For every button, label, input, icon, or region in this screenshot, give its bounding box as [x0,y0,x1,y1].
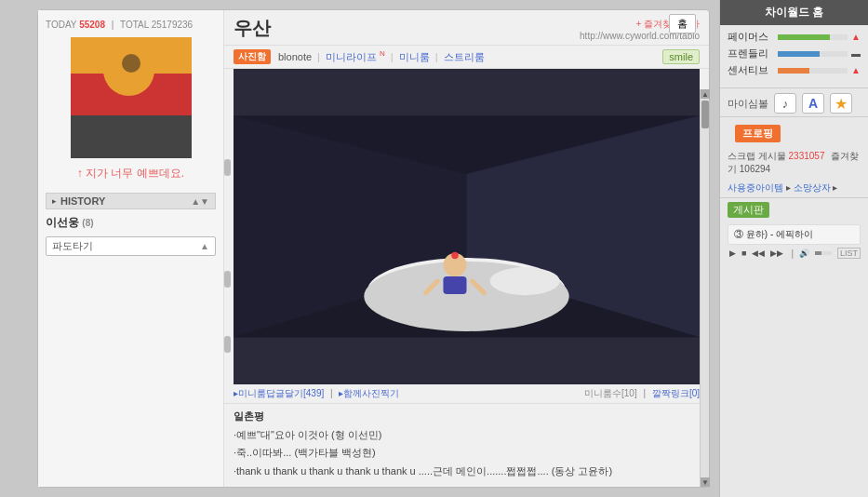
gamepad-section: 게시판 ③ 윤하) - 에픽하이 ▶ ■ ◀◀ ▶▶ | 🔊 LIST [720,197,868,262]
content-nav: 사진함 blonote | 미니라이프 N | 미니룸 | 스트리룸 smile [224,46,709,69]
friendly-icon: ▬ [851,48,861,59]
sensitive-label: 센서티브 [728,63,774,77]
smile-button[interactable]: smile [662,49,700,64]
volume-icon: 🔊 [799,248,809,258]
play-prev-btn[interactable]: ▶ [728,248,738,259]
sensitive-bar [778,68,848,74]
paddle-button[interactable]: 파도타기 ▲ [46,236,216,256]
volume-fill [815,251,821,255]
history-expand-icon: ▲▼ [191,196,209,207]
font-icon: A [808,96,818,111]
sidebar-comment: ↑ 지가 너무 예쁘데요. [46,166,216,181]
mini-room-svg [234,69,700,384]
promo-row: 프로핑 [720,120,868,147]
player-controls[interactable]: ▶ ■ ◀◀ ▶▶ | 🔊 LIST [728,248,861,259]
friendly-bar-fill [778,51,820,57]
minilife-badge: N [380,49,385,58]
famous-bar-fill [778,34,830,40]
profile-photo [71,37,192,158]
comments-title: 일촌평 [234,410,700,423]
count-display: TODAY 55208 | TOTAL 25179236 [46,20,216,30]
footer-right: 미니룸수[10] | 깔짝링크[0] [584,387,700,400]
content-area: 우산 + 즐겨찾기추가 http://www.cyworld.com/tablo… [224,10,709,487]
today-count: 55208 [79,20,105,30]
using-sep: ▸ [786,182,791,193]
music-icon: ♪ [782,97,789,111]
promo-label: 프로핑 [735,125,781,142]
wish-label[interactable]: 소망상자 [794,182,831,193]
miniroom-link[interactable]: 미니룸 [399,50,430,64]
minilife-link[interactable]: 미니라이프 N [326,49,385,64]
scrap-count: 2331057 [789,151,825,161]
scroll-thumb[interactable] [701,101,709,128]
link-count[interactable]: 깔짝링크[0] [652,388,700,398]
history-bar[interactable]: ▸ HISTORY ▲▼ [46,193,216,209]
content-title-group: 우산 [234,16,271,41]
comment-3: ·thank u thank u thank u thank u thank u… [234,463,700,479]
content-header: 우산 + 즐겨찾기추가 http://www.cyworld.com/tablo… [224,10,709,46]
vol-sep: | [791,248,794,259]
sensitive-icon: ▲ [851,65,861,75]
music-icon-btn[interactable]: ♪ [774,93,796,114]
main-area: TODAY 55208 | TOTAL 25179236 ↑ 지가 너무 예쁘데… [37,9,710,488]
right-panel-title: 차이월드 홈 [720,0,868,25]
fav-count: 106294 [740,164,770,174]
right-panel: 차이월드 홈 페이머스 ▲ 프렌들리 ▬ 센서티브 ▲ 마이심볼 [719,0,868,497]
history-arrow-icon: ▸ [52,196,57,206]
volume-bar[interactable] [815,251,832,255]
svg-point-11 [451,252,459,260]
author-name[interactable]: blonote [278,51,312,62]
mini-room-area [234,69,700,384]
friendly-row: 프렌들리 ▬ [728,47,861,60]
svg-rect-8 [443,276,466,294]
famous-bar [778,34,848,40]
today-label: TODAY [46,20,76,30]
left-sidebar: TODAY 55208 | TOTAL 25179236 ↑ 지가 너무 예쁘데… [38,10,224,487]
mini-comment-link[interactable]: ▸미니룸답글달기[439] [234,388,324,398]
using-label[interactable]: 사용중아이템 [728,182,783,193]
mini-room-footer: ▸미니룸답글달기[439] | ▸함께사진찍기 미니룸수[10] | 깔짝링크[… [224,384,709,403]
user-suffix: (8) [82,218,93,228]
page-title: 우산 [234,18,271,38]
scrap-row: 스크랩 게시물 2331057 즐겨찾기 106294 [720,147,868,179]
famous-icon: ▲ [851,32,861,42]
home-button[interactable]: 홈 [669,14,696,34]
room-count: 미니룸수[10] [584,388,637,398]
nav-tag: 사진함 [234,49,271,64]
history-label: HISTORY [60,195,191,207]
stop-btn[interactable]: ■ [740,248,748,259]
paddle-label: 파도타기 [52,239,93,253]
font-icon-btn[interactable]: A [802,93,824,114]
famous-label: 페이머스 [728,30,774,44]
prev-btn[interactable]: ◀◀ [750,248,767,259]
scroll-down-btn[interactable]: ▼ [701,477,710,487]
stats-section: 페이머스 ▲ 프렌들리 ▬ 센서티브 ▲ [720,25,868,85]
total-count: 25179236 [152,20,194,30]
sensitive-bar-fill [778,68,809,74]
next-btn[interactable]: ▶▶ [768,248,785,259]
footer-left: ▸미니룸답글달기[439] | ▸함께사진찍기 [234,387,399,400]
paddle-arrow-icon: ▲ [200,241,209,251]
friendly-bar [778,51,848,57]
star-icon: ★ [835,95,848,113]
symbol-row: 마이심볼 ♪ A ★ [720,87,868,117]
user-name: 이선웅 [46,216,79,229]
total-label: TOTAL [120,20,149,30]
scroll-up-btn[interactable]: ▲ [701,89,710,99]
list-btn[interactable]: LIST [837,248,861,259]
famous-row: 페이머스 ▲ [728,30,861,44]
comment-1: ·예쁘"대"요아 이것아 (형 이선민) [234,427,700,443]
using-row: 사용중아이템 ▸ 소망상자 ▸ [720,179,868,197]
storyroom-link[interactable]: 스트리룸 [444,50,485,64]
my-symbol-label: 마이심볼 [728,97,768,111]
user-info: 이선웅 (8) [46,215,216,231]
scrap-label: 스크랩 게시물 [728,151,786,161]
comment-2: ·죽..이따봐... (백가타블 백성현) [234,445,700,461]
svg-point-6 [490,267,560,295]
photo-link[interactable]: ▸함께사진찍기 [339,388,399,398]
gamepad-label: 게시판 [728,202,769,218]
comments-section: 일촌평 ·예쁘"대"요아 이것아 (형 이선민) ·죽..이따봐... (백가타… [224,403,709,488]
friendly-label: 프렌들리 [728,47,774,60]
content-scrollbar[interactable]: ▲ ▼ [700,89,709,487]
star-icon-btn[interactable]: ★ [830,93,852,114]
